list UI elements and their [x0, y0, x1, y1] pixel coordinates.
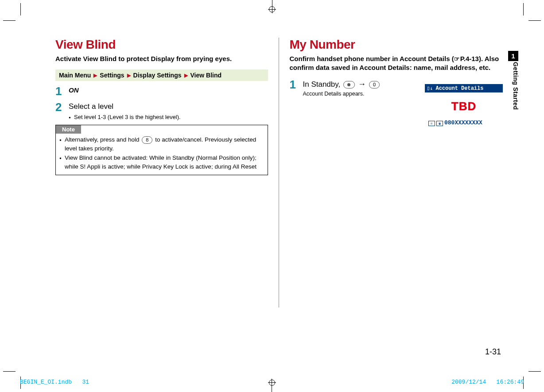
menu-path-item: Display Settings — [133, 72, 182, 79]
registration-mark-top — [269, 0, 275, 12]
note-label: Note — [56, 125, 81, 134]
step-2-label: Select a level — [69, 102, 113, 111]
step-1-label: ON — [69, 86, 79, 94]
list-icon: ≡ — [428, 121, 435, 126]
phone-number-row: ≡ ☎ 080XXXXXXXX — [427, 119, 501, 126]
chapter-tab: 1 — [508, 51, 518, 61]
signal-icon: ▯ᵢ — [427, 85, 433, 92]
arrow-right-icon: → — [358, 80, 366, 88]
phone-icon: ☎ — [436, 121, 443, 126]
step-number: 2 — [55, 101, 69, 120]
step-2: 2 Select a level Set level 1-3 (Level 3 … — [55, 101, 268, 120]
note-text: Alternatively, press and hold — [65, 136, 141, 143]
menu-arrow-icon: ▶ — [93, 73, 98, 78]
menu-path-item: Main Menu — [59, 72, 91, 79]
crop-mark — [3, 20, 16, 21]
text: In Standby, — [303, 80, 342, 88]
screen-title: Account Details — [435, 85, 483, 92]
menu-path-item: View Blind — [190, 72, 222, 79]
chapter-title-vertical: Getting Started — [512, 62, 519, 110]
center-key-icon — [343, 81, 355, 88]
phone-titlebar: ▯ᵢ Account Details — [425, 84, 503, 92]
note-item: View Blind cannot be activated: While in… — [59, 154, 264, 171]
menu-path-bar: Main Menu ▶ Settings ▶ Display Settings … — [55, 69, 268, 81]
tbd-placeholder: TBD — [427, 100, 501, 113]
heading-my-number: My Number — [290, 38, 502, 52]
key-8-icon: 8 — [142, 136, 152, 144]
step-1-text: In Standby, →0 — [303, 80, 381, 88]
subheading-my-number: Confirm handset phone number in Account … — [290, 54, 502, 73]
column-left: View Blind Activate View Blind to protec… — [55, 38, 279, 307]
print-footer: BEGIN_E_OI.indb 31 2009/12/14 16:26:49 — [20, 379, 524, 385]
phone-screen-mock: ▯ᵢ Account Details TBD ≡ ☎ 080XXXXXXXX — [425, 84, 503, 129]
subheading-view-blind: Activate View Blind to protect Display f… — [55, 54, 268, 63]
phone-body: TBD ≡ ☎ 080XXXXXXXX — [425, 92, 503, 129]
step-2-sub: Set level 1-3 (Level 3 is the highest le… — [69, 114, 268, 120]
crop-mark — [20, 3, 21, 15]
step-1: 1 ON — [55, 85, 268, 97]
crop-mark — [3, 371, 16, 372]
note-item: Alternatively, press and hold 8 to activ… — [59, 135, 264, 153]
menu-path-item: Settings — [100, 72, 124, 79]
footer-timestamp: 2009/12/14 16:26:49 — [451, 379, 524, 385]
note-box: Note Alternatively, press and hold 8 to … — [55, 125, 268, 175]
step-number: 1 — [55, 85, 69, 97]
menu-arrow-icon: ▶ — [126, 73, 132, 78]
page-number: 1-31 — [485, 347, 501, 357]
crop-mark — [528, 371, 541, 372]
page-content: View Blind Activate View Blind to protec… — [55, 38, 502, 307]
column-right: My Number Confirm handset phone number i… — [279, 38, 502, 307]
footer-file: BEGIN_E_OI.indb 31 — [20, 379, 89, 385]
step-number: 1 — [290, 79, 303, 97]
page-ref: P.4-13 — [460, 55, 479, 62]
key-0-icon: 0 — [369, 81, 380, 88]
text: Confirm handset phone number in Account … — [290, 55, 454, 62]
crop-mark — [528, 20, 541, 21]
phone-number: 080XXXXXXXX — [444, 119, 482, 126]
menu-arrow-icon: ▶ — [183, 73, 189, 78]
pointer-icon — [454, 55, 460, 62]
crop-mark — [523, 3, 524, 15]
chapter-number: 1 — [511, 52, 515, 60]
heading-view-blind: View Blind — [55, 38, 268, 52]
